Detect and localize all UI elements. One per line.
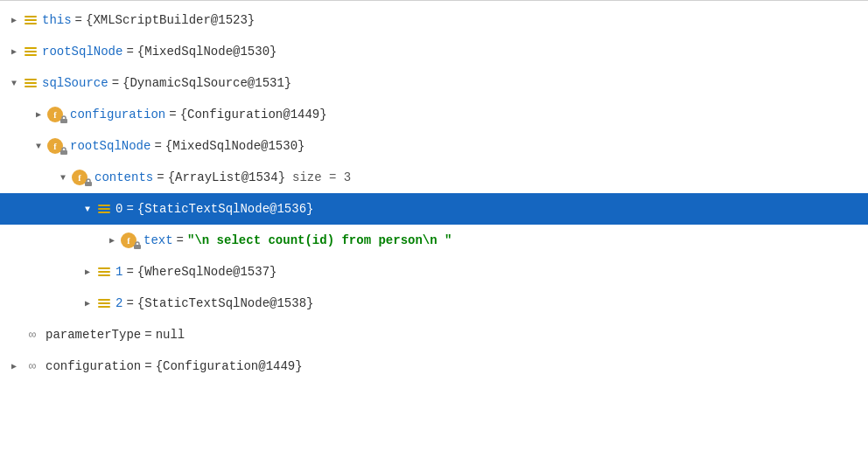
- operator: =: [169, 108, 176, 121]
- var-name: 0: [116, 202, 122, 216]
- tree-toggle[interactable]: [32, 108, 46, 121]
- svg-rect-15: [134, 245, 141, 249]
- tree-row[interactable]: ∞configuration = {Configuration@1449}: [0, 350, 868, 382]
- tree-toggle[interactable]: [7, 13, 21, 27]
- var-name: parameterType: [46, 328, 141, 342]
- svg-rect-17: [98, 271, 110, 273]
- tree-toggle[interactable]: [7, 359, 21, 373]
- value-ref: {StaticTextSqlNode@1536}: [137, 202, 314, 216]
- value-ref: {DynamicSqlSource@1531}: [122, 76, 291, 90]
- svg-rect-7: [24, 82, 37, 84]
- svg-rect-14: [98, 212, 110, 213]
- tree-row[interactable]: 2 = {StaticTextSqlNode@1538}: [0, 288, 868, 319]
- svg-rect-10: [60, 150, 67, 155]
- lines-icon: [23, 44, 38, 59]
- value-ref: null: [156, 328, 186, 342]
- lines-icon: [23, 75, 38, 91]
- tree-toggle[interactable]: [105, 233, 119, 247]
- lines-icon: [96, 264, 112, 280]
- var-name: configuration: [70, 108, 165, 121]
- svg-rect-4: [24, 51, 37, 52]
- tree-row[interactable]: rootSqlNode = {MixedSqlNode@1530}: [0, 36, 868, 67]
- svg-rect-21: [98, 306, 110, 308]
- string-value: "\n select count(id) from person\n ": [187, 233, 452, 247]
- svg-rect-1: [24, 19, 37, 21]
- operator: =: [112, 76, 119, 90]
- field-lock-icon: f: [72, 170, 91, 185]
- operator: =: [154, 139, 161, 153]
- var-name: configuration: [46, 359, 141, 373]
- svg-rect-3: [24, 47, 37, 49]
- svg-rect-18: [98, 274, 110, 276]
- operator: =: [144, 328, 151, 342]
- value-ref: {Configuration@1449}: [180, 108, 327, 121]
- var-name: this: [42, 13, 72, 27]
- operator: =: [126, 45, 133, 59]
- tree-row[interactable]: f contents = {ArrayList@1534} size = 3: [0, 162, 868, 193]
- var-name: contents: [94, 170, 153, 184]
- field-lock-icon: f: [47, 107, 66, 122]
- lines-icon: [96, 295, 112, 311]
- svg-rect-19: [98, 299, 110, 301]
- value-ref: {MixedSqlNode@1530}: [165, 139, 305, 153]
- operator: =: [144, 359, 151, 373]
- svg-rect-5: [24, 54, 37, 56]
- operator: =: [126, 202, 133, 216]
- tree-toggle[interactable]: [7, 45, 21, 59]
- svg-rect-2: [24, 23, 37, 24]
- lines-icon: [23, 12, 38, 28]
- svg-rect-9: [60, 119, 67, 123]
- tree-row[interactable]: ∞parameterType = null: [0, 319, 868, 350]
- value-ref: {WhereSqlNode@1537}: [137, 265, 277, 279]
- infinity-icon: ∞: [23, 327, 42, 343]
- var-name: 1: [116, 265, 122, 279]
- tree-toggle[interactable]: [80, 296, 94, 310]
- value-ref: {MixedSqlNode@1530}: [137, 45, 277, 59]
- value-ref: {ArrayList@1534}: [168, 170, 285, 184]
- tree-row[interactable]: this = {XMLScriptBuilder@1523}: [0, 4, 868, 36]
- svg-rect-6: [24, 79, 37, 80]
- svg-rect-13: [98, 208, 110, 210]
- tree-toggle[interactable]: [56, 170, 70, 184]
- tree-row[interactable]: 0 = {StaticTextSqlNode@1536}: [0, 193, 868, 225]
- operator: =: [177, 233, 184, 247]
- var-name: 2: [116, 296, 122, 310]
- value-ref: {Configuration@1449}: [156, 359, 303, 373]
- tree-row[interactable]: f text = "\n select count(id) from perso…: [0, 225, 868, 256]
- size-label: size = 3: [292, 170, 351, 184]
- infinity-icon: ∞: [23, 358, 42, 374]
- operator: =: [126, 265, 133, 279]
- field-lock-icon: f: [121, 232, 140, 248]
- tree-row[interactable]: sqlSource = {DynamicSqlSource@1531}: [0, 67, 868, 99]
- var-name: rootSqlNode: [42, 45, 122, 59]
- svg-rect-16: [98, 267, 110, 269]
- var-name: text: [144, 233, 173, 247]
- value-ref: {XMLScriptBuilder@1523}: [86, 13, 255, 27]
- svg-rect-20: [98, 302, 110, 304]
- tree-row[interactable]: 1 = {WhereSqlNode@1537}: [0, 256, 868, 288]
- value-ref: {StaticTextSqlNode@1538}: [137, 296, 314, 310]
- tree-toggle[interactable]: [80, 202, 94, 216]
- svg-rect-12: [98, 205, 110, 206]
- tree-row[interactable]: f configuration = {Configuration@1449}: [0, 99, 868, 130]
- operator: =: [75, 13, 82, 27]
- tree-container[interactable]: this = {XMLScriptBuilder@1523} rootSqlNo…: [0, 0, 868, 458]
- lines-icon: [96, 201, 112, 217]
- svg-rect-11: [85, 182, 92, 186]
- svg-rect-0: [24, 16, 37, 17]
- operator: =: [126, 296, 133, 310]
- svg-rect-8: [24, 86, 37, 87]
- tree-row[interactable]: f rootSqlNode = {MixedSqlNode@1530}: [0, 130, 868, 162]
- tree-toggle[interactable]: [32, 139, 46, 153]
- tree-toggle[interactable]: [7, 76, 21, 90]
- var-name: sqlSource: [42, 76, 108, 90]
- field-lock-icon: f: [47, 138, 66, 154]
- operator: =: [157, 170, 164, 184]
- tree-toggle[interactable]: [80, 265, 94, 279]
- var-name: rootSqlNode: [70, 139, 150, 153]
